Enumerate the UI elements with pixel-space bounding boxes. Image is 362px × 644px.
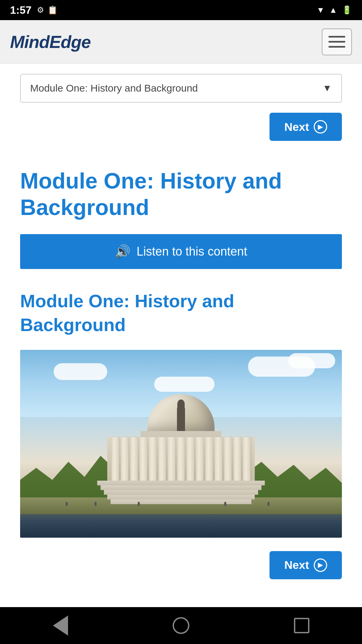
wifi-icon: ▼ xyxy=(316,5,324,15)
next-arrow-icon: ► xyxy=(314,120,327,133)
status-left: 1:57 ⚙ 📋 xyxy=(10,4,58,16)
signal-icon: ▲ xyxy=(329,5,337,15)
jefferson-memorial-image xyxy=(20,350,342,538)
status-system-icons: ⚙ 📋 xyxy=(37,5,58,15)
home-icon xyxy=(173,617,189,634)
column-9 xyxy=(187,437,194,481)
module-selector-text: Module One: History and Background xyxy=(30,83,198,94)
main-content: Module One: History and Background ▼ Nex… xyxy=(0,64,362,607)
column-1 xyxy=(112,437,119,481)
hamburger-line-3 xyxy=(328,46,345,48)
step-3 xyxy=(104,490,258,495)
top-next-button[interactable]: Next ► xyxy=(269,113,342,141)
status-time: 1:57 xyxy=(10,4,32,16)
people-on-steps xyxy=(37,496,325,506)
cloud-2 xyxy=(288,353,335,368)
home-navigation-button[interactable] xyxy=(169,614,193,637)
mindedge-logo: MindEdge xyxy=(10,32,90,52)
step-1 xyxy=(97,481,265,485)
person-2 xyxy=(95,502,97,506)
column-13 xyxy=(224,437,232,481)
column-10 xyxy=(196,437,203,481)
column-14 xyxy=(234,437,241,481)
person-5 xyxy=(267,502,269,506)
clipboard-icon: 📋 xyxy=(48,5,58,15)
column-15 xyxy=(243,437,250,481)
column-2 xyxy=(121,437,128,481)
cloud-3 xyxy=(54,363,107,380)
bottom-next-label: Next xyxy=(284,558,309,572)
speaker-icon: 🔊 xyxy=(115,244,130,259)
column-4 xyxy=(140,437,147,481)
column-6 xyxy=(159,437,166,481)
dome-base xyxy=(141,431,221,437)
top-next-label: Next xyxy=(284,120,309,133)
column-12 xyxy=(215,437,222,481)
hamburger-menu-button[interactable] xyxy=(322,29,352,55)
columns-area xyxy=(107,437,255,481)
top-navigation: MindEdge xyxy=(0,20,362,64)
water-reflection xyxy=(20,514,342,538)
column-5 xyxy=(149,437,157,481)
person-1 xyxy=(66,502,68,506)
back-icon xyxy=(53,615,68,636)
bottom-next-arrow-icon: ► xyxy=(314,558,327,572)
bottom-navigation xyxy=(0,607,362,644)
column-7 xyxy=(168,437,175,481)
recent-apps-icon xyxy=(294,618,309,633)
listen-to-content-button[interactable]: 🔊 Listen to this content xyxy=(20,234,342,269)
back-navigation-button[interactable] xyxy=(49,614,72,637)
bottom-next-container: Next ► xyxy=(20,551,342,586)
recent-navigation-button[interactable] xyxy=(290,614,313,637)
hamburger-line-1 xyxy=(328,36,345,38)
status-right: ▼ ▲ 🔋 xyxy=(316,5,352,15)
chevron-down-icon: ▼ xyxy=(322,83,332,94)
column-11 xyxy=(205,437,213,481)
listen-button-label: Listen to this content xyxy=(136,245,247,259)
dome xyxy=(147,394,215,431)
battery-icon: 🔋 xyxy=(342,5,352,15)
status-bar: 1:57 ⚙ 📋 ▼ ▲ 🔋 xyxy=(0,0,362,20)
hamburger-line-2 xyxy=(328,41,345,43)
person-3 xyxy=(138,502,140,506)
module-selector-dropdown[interactable]: Module One: History and Background ▼ xyxy=(20,74,342,103)
person-4 xyxy=(224,502,226,506)
gear-icon: ⚙ xyxy=(37,5,44,15)
cloud-4 xyxy=(154,377,215,392)
statue xyxy=(177,408,185,431)
top-next-container: Next ► xyxy=(20,113,342,148)
column-8 xyxy=(177,437,185,481)
column-3 xyxy=(130,437,138,481)
page-title: Module One: History and Background xyxy=(20,168,342,221)
memorial-building xyxy=(97,394,265,504)
bottom-next-button[interactable]: Next ► xyxy=(269,551,342,579)
section-title: Module One: History and Background xyxy=(20,289,342,336)
step-2 xyxy=(101,485,261,490)
